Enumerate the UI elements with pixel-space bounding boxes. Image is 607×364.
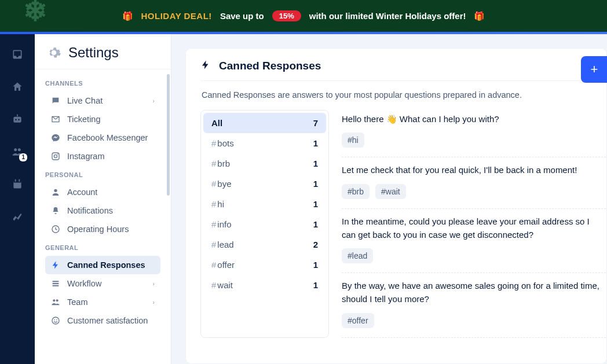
sidebar-item-label: Notifications [67, 206, 113, 215]
tag-filter-lead[interactable]: #lead2 [203, 234, 326, 255]
calendar-icon[interactable] [11, 178, 24, 190]
tag-filter-brb[interactable]: #brb1 [203, 153, 326, 174]
sidebar-item-customer-satisfaction[interactable]: Customer satisfaction [45, 311, 160, 330]
sidebar-section-heading: CHANNELS [45, 80, 160, 87]
svg-point-17 [56, 299, 58, 302]
tag-label: All [211, 118, 222, 128]
tag-chip[interactable]: #hi [342, 133, 364, 148]
contacts-icon[interactable]: 1 [11, 145, 24, 158]
sidebar-item-label: Account [67, 187, 97, 197]
clock-icon [51, 225, 60, 234]
tag-filter-bye[interactable]: #bye1 [203, 174, 326, 194]
inbox-icon[interactable] [11, 48, 24, 61]
response-text: Hello there 👋 What can I help you with? [342, 112, 606, 126]
response-text: By the way, we have an awesome sales goi… [342, 279, 606, 306]
nav-rail: 1 [0, 34, 35, 364]
tag-label: #brb [211, 159, 230, 168]
responses-list: Hello there 👋 What can I help you with?#… [342, 110, 607, 338]
sidebar-item-instagram[interactable]: Instagram [45, 147, 160, 166]
banner-post-text: with our limited Winter Holidays offer! [309, 11, 466, 21]
sidebar-item-workflow[interactable]: Workflow› [45, 274, 160, 293]
sidebar-item-team[interactable]: Team› [45, 293, 160, 311]
tag-count: 1 [313, 280, 318, 290]
sidebar-item-label: Canned Responses [67, 260, 145, 270]
sidebar-section-heading: GENERAL [45, 244, 160, 251]
gift-icon: 🎁 [474, 11, 485, 21]
card-description: Canned Responses are answers to your mos… [200, 81, 607, 110]
tag-count: 1 [313, 179, 318, 189]
tag-filter-info[interactable]: #info1 [203, 214, 326, 234]
response-item[interactable]: Let me check that for you real quick, I'… [342, 157, 606, 208]
tag-filter-list: All7#bots1#brb1#bye1#hi1#info1#lead2#off… [200, 110, 329, 338]
tag-filter-wait[interactable]: #wait1 [203, 275, 326, 295]
response-chips: #hi [342, 133, 606, 148]
response-text: Let me check that for you real quick, I'… [342, 163, 606, 177]
sidebar-item-account[interactable]: Account [45, 183, 160, 201]
sidebar-item-notifications[interactable]: Notifications [45, 201, 160, 220]
response-item[interactable]: In the meantime, could you please leave … [342, 209, 606, 274]
tag-filter-hi[interactable]: #hi1 [203, 194, 326, 214]
tag-count: 1 [313, 260, 318, 270]
sidebar-item-label: Workflow [67, 279, 101, 288]
bolt-icon [51, 260, 60, 270]
sidebar-item-ticketing[interactable]: Ticketing [45, 110, 160, 128]
sidebar-item-facebook-messenger[interactable]: Facebook Messenger [45, 128, 160, 147]
bot-icon[interactable] [11, 113, 24, 126]
tag-label: #info [211, 219, 232, 229]
response-chips: #offer [342, 313, 606, 328]
tag-count: 7 [313, 118, 318, 128]
response-item[interactable]: Hello there 👋 What can I help you with?#… [342, 110, 606, 157]
svg-rect-7 [19, 179, 20, 182]
tag-label: #lead [211, 240, 234, 249]
tag-label: #hi [211, 199, 224, 209]
response-item[interactable]: By the way, we have an awesome sales goi… [342, 273, 606, 338]
tag-filter-all[interactable]: All7 [203, 113, 326, 133]
response-chips: #brb#wait [342, 184, 606, 199]
svg-point-10 [57, 154, 58, 155]
tag-chip[interactable]: #brb [342, 184, 370, 199]
tag-chip[interactable]: #offer [342, 313, 374, 328]
sidebar-item-live-chat[interactable]: Live Chat› [45, 91, 160, 110]
add-response-button[interactable]: + [581, 56, 607, 83]
home-icon[interactable] [11, 80, 24, 93]
tag-label: #bye [211, 179, 232, 189]
tag-count: 1 [313, 159, 318, 168]
scrollbar-thumb[interactable] [167, 74, 170, 196]
sidebar-item-operating-hours[interactable]: Operating Hours [45, 220, 160, 238]
tag-filter-bots[interactable]: #bots1 [203, 133, 326, 153]
card-title: Canned Responses [219, 60, 321, 72]
gift-icon: 🎁 [122, 11, 133, 21]
tag-count: 1 [313, 199, 318, 209]
page-title: Settings [68, 45, 119, 61]
mail-icon [51, 115, 60, 124]
sidebar-item-canned-responses[interactable]: Canned Responses [45, 256, 160, 274]
sidebar-item-label: Facebook Messenger [67, 133, 148, 142]
tag-count: 1 [313, 219, 318, 229]
team-icon [51, 297, 60, 307]
sidebar-item-label: Operating Hours [67, 225, 129, 234]
tag-filter-offer[interactable]: #offer1 [203, 255, 326, 275]
svg-point-9 [54, 155, 57, 157]
svg-rect-3 [17, 115, 18, 116]
analytics-icon[interactable] [11, 210, 24, 223]
svg-point-19 [54, 319, 55, 321]
svg-rect-5 [13, 181, 21, 182]
tag-chip[interactable]: #wait [375, 184, 406, 199]
chat-icon [51, 96, 60, 105]
banner-discount-pill: 15% [272, 10, 301, 21]
sidebar-item-label: Instagram [67, 152, 104, 161]
svg-point-18 [52, 317, 59, 324]
svg-rect-15 [53, 285, 59, 286]
holiday-banner[interactable]: ❄ 🎁 HOLIDAY DEAL! Save up to 15% with ou… [0, 0, 607, 32]
svg-rect-14 [53, 283, 59, 284]
tag-label: #offer [211, 260, 235, 270]
svg-point-11 [54, 189, 57, 192]
tag-chip[interactable]: #lead [342, 248, 373, 263]
sidebar-scroll[interactable]: CHANNELSLive Chat›TicketingFacebook Mess… [35, 69, 171, 330]
tag-count: 1 [313, 138, 318, 148]
svg-rect-6 [15, 179, 16, 182]
tag-count: 2 [313, 240, 318, 249]
sidebar-item-label: Live Chat [67, 96, 103, 105]
svg-point-1 [15, 119, 17, 121]
chevron-right-icon: › [152, 299, 155, 306]
